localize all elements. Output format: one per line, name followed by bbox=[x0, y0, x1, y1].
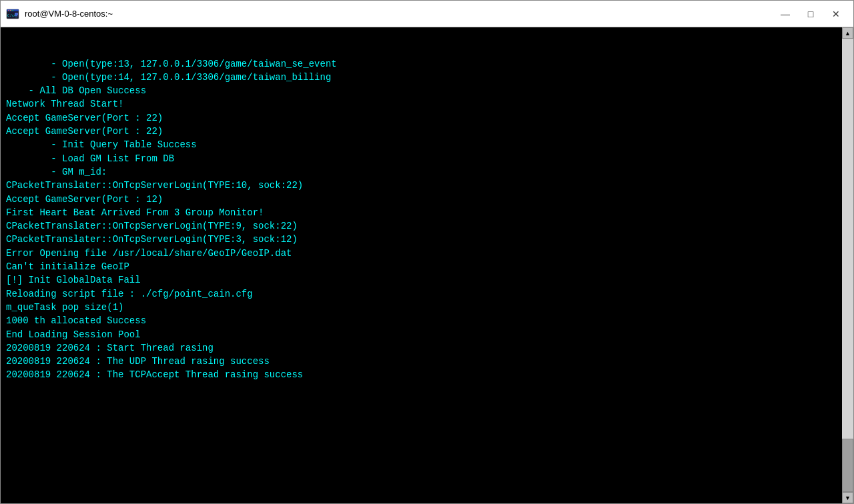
terminal-line: Network Thread Start! bbox=[1, 97, 842, 111]
terminal-line: [!] Init GlobalData Fail bbox=[1, 273, 842, 287]
terminal-line: - GM m_id: bbox=[1, 165, 842, 179]
terminal-line: - Init Query Table Success bbox=[1, 138, 842, 151]
scrollbar-thumb[interactable] bbox=[842, 439, 853, 492]
app-icon: C:\>_ bbox=[6, 7, 19, 21]
terminal-line: Error Opening file /usr/local/share/GeoI… bbox=[1, 247, 842, 260]
scrollbar[interactable]: ▲ ▼ bbox=[842, 27, 853, 503]
terminal-line: - Open(type:14, 127.0.0.1/3306/game/taiw… bbox=[1, 71, 842, 84]
scrollbar-track[interactable] bbox=[842, 39, 853, 492]
terminal-line: Reloading script file : ./cfg/point_cain… bbox=[1, 287, 842, 301]
window-controls: — □ ✕ bbox=[773, 4, 848, 24]
terminal-line: 20200819 220624 : Start Thread rasing bbox=[1, 341, 842, 355]
scroll-up-arrow[interactable]: ▲ bbox=[842, 27, 853, 39]
terminal-line: - All DB Open Success bbox=[1, 84, 842, 97]
terminal-line: 20200819 220624 : The UDP Thread rasing … bbox=[1, 355, 842, 368]
terminal-line: - Load GM List From DB bbox=[1, 152, 842, 165]
svg-point-3 bbox=[10, 9, 11, 11]
terminal-line: Can't initialize GeoIP bbox=[1, 260, 842, 273]
terminal-line: Accept GameServer(Port : 22) bbox=[1, 111, 842, 125]
terminal-line: 20200819 220624 : The TCPAccept Thread r… bbox=[1, 368, 842, 381]
terminal-line: End Loading Session Pool bbox=[1, 328, 842, 341]
window-title: root@VM-0-8-centos:~ bbox=[25, 9, 773, 19]
terminal-line: Accept GameServer(Port : 22) bbox=[1, 125, 842, 138]
svg-rect-8 bbox=[15, 16, 18, 17]
svg-rect-7 bbox=[15, 15, 17, 16]
close-button[interactable]: ✕ bbox=[824, 4, 848, 24]
svg-rect-6 bbox=[15, 13, 18, 15]
terminal-output[interactable]: - Open(type:13, 127.0.0.1/3306/game/taiw… bbox=[1, 27, 842, 503]
terminal-window: C:\>_ root@VM-0-8-centos:~ — □ ✕ - Open(… bbox=[0, 0, 854, 504]
terminal-line: First Heart Beat Arrived From 3 Group Mo… bbox=[1, 206, 842, 219]
terminal-line: CPacketTranslater::OnTcpServerLogin(TYPE… bbox=[1, 179, 842, 192]
terminal-line: 1000 th allocated Success bbox=[1, 314, 842, 327]
terminal-line: m_queTask pop size(1) bbox=[1, 301, 842, 314]
svg-point-4 bbox=[12, 9, 13, 11]
terminal-line: CPacketTranslater::OnTcpServerLogin(TYPE… bbox=[1, 219, 842, 233]
terminal-body: - Open(type:13, 127.0.0.1/3306/game/taiw… bbox=[1, 27, 853, 503]
maximize-button[interactable]: □ bbox=[799, 4, 823, 24]
terminal-line: CPacketTranslater::OnTcpServerLogin(TYPE… bbox=[1, 233, 842, 246]
title-bar: C:\>_ root@VM-0-8-centos:~ — □ ✕ bbox=[1, 1, 853, 27]
minimize-button[interactable]: — bbox=[773, 4, 797, 24]
svg-point-2 bbox=[8, 9, 9, 11]
terminal-line: - Open(type:13, 127.0.0.1/3306/game/taiw… bbox=[1, 57, 842, 71]
terminal-line: Accept GameServer(Port : 12) bbox=[1, 193, 842, 206]
scroll-down-arrow[interactable]: ▼ bbox=[842, 492, 853, 503]
